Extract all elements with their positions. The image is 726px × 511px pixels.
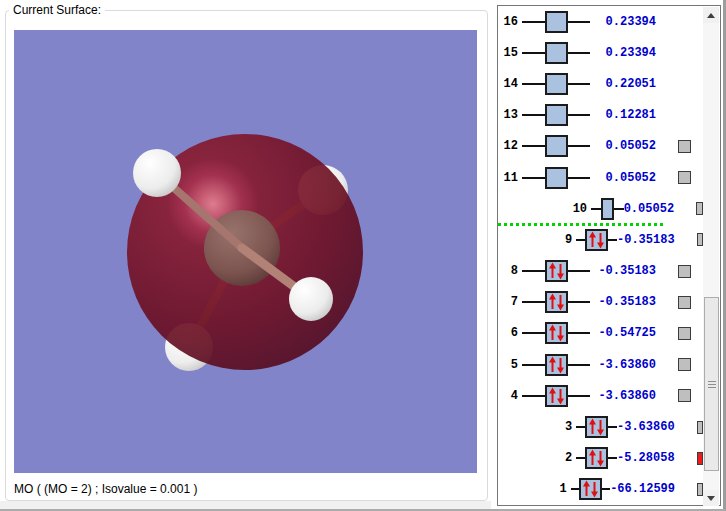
mo-row-15[interactable]: 150.23394 bbox=[498, 37, 703, 68]
mo-index: 3 bbox=[565, 420, 572, 434]
occupied-orbital-box[interactable] bbox=[545, 322, 568, 344]
molecule-viewport[interactable] bbox=[14, 30, 477, 473]
mo-energy: 0.23394 bbox=[590, 46, 656, 60]
occupied-orbital-box[interactable] bbox=[545, 354, 568, 376]
mo-row-5[interactable]: 5-3.63860 bbox=[498, 349, 703, 380]
mo-index: 1 bbox=[560, 482, 567, 496]
mo-row-4[interactable]: 4-3.63860 bbox=[498, 380, 703, 411]
mo-checkbox-7[interactable] bbox=[678, 296, 691, 309]
mo-energy: 0.05052 bbox=[624, 202, 674, 216]
mo-checkbox-6[interactable] bbox=[678, 327, 691, 340]
level-line-left bbox=[522, 21, 545, 23]
mo-row-8[interactable]: 8-0.35183 bbox=[498, 256, 703, 287]
level-line-right bbox=[568, 364, 590, 366]
mo-row-14[interactable]: 140.22051 bbox=[498, 68, 703, 99]
virtual-orbital-box[interactable] bbox=[545, 73, 568, 95]
spin-up-down-arrows-icon bbox=[547, 262, 566, 280]
mo-index: 11 bbox=[502, 171, 518, 185]
virtual-orbital-box[interactable] bbox=[545, 167, 568, 189]
level-line-left bbox=[522, 301, 545, 303]
virtual-orbital-box[interactable] bbox=[601, 198, 614, 220]
level-line-left bbox=[576, 457, 585, 459]
mo-row-1[interactable]: 1-66.12599 bbox=[498, 474, 703, 505]
current-surface-groupbox: Current Surface: MO ( (MO = 2) ; Isovalu… bbox=[5, 10, 488, 501]
level-line-left bbox=[522, 332, 545, 334]
mo-checkbox-11[interactable] bbox=[678, 171, 691, 184]
mo-index: 7 bbox=[502, 295, 518, 309]
level-line-right bbox=[568, 52, 590, 54]
mo-row-6[interactable]: 6-0.54725 bbox=[498, 318, 703, 349]
mo-checkbox-3[interactable] bbox=[697, 421, 703, 434]
mo-index: 12 bbox=[502, 139, 518, 153]
mo-row-10[interactable]: 100.05052 bbox=[498, 193, 703, 224]
virtual-orbital-box[interactable] bbox=[545, 42, 568, 64]
level-line-left bbox=[522, 364, 545, 366]
mo-row-7[interactable]: 7-0.35183 bbox=[498, 287, 703, 318]
spin-up-down-arrows-icon bbox=[547, 356, 566, 374]
mo-row-3[interactable]: 3-3.63860 bbox=[498, 411, 703, 442]
level-line-left bbox=[522, 52, 545, 54]
mo-energy: 0.22051 bbox=[590, 77, 656, 91]
spin-up-down-arrows-icon bbox=[587, 418, 606, 436]
mo-checkbox-1[interactable] bbox=[697, 483, 703, 496]
occupied-orbital-box[interactable] bbox=[585, 229, 608, 251]
mo-checkbox-4[interactable] bbox=[678, 389, 691, 402]
mo-energy: 0.05052 bbox=[590, 171, 656, 185]
mo-row-12[interactable]: 120.05052 bbox=[498, 131, 703, 162]
level-line-right bbox=[568, 270, 590, 272]
mo-energy: -3.63860 bbox=[590, 358, 656, 372]
level-line-right bbox=[568, 395, 590, 397]
occupied-orbital-box[interactable] bbox=[585, 447, 608, 469]
spin-up-down-arrows-icon bbox=[587, 449, 606, 467]
level-line-left bbox=[576, 426, 585, 428]
mo-row-9[interactable]: 9-0.35183 bbox=[498, 224, 703, 255]
mo-index: 10 bbox=[573, 202, 587, 216]
scroll-down-arrow-icon bbox=[707, 496, 715, 501]
mo-index: 9 bbox=[565, 233, 572, 247]
spin-up-down-arrows-icon bbox=[547, 293, 566, 311]
scrollbar-thumb[interactable] bbox=[704, 297, 719, 471]
level-line-left bbox=[591, 208, 601, 210]
mo-checkbox-5[interactable] bbox=[678, 358, 691, 371]
occupied-orbital-box[interactable] bbox=[545, 385, 568, 407]
mo-row-2[interactable]: 2-5.28058 bbox=[498, 443, 703, 474]
level-line-right bbox=[568, 177, 590, 179]
level-line-right bbox=[614, 208, 624, 210]
level-line-left bbox=[522, 270, 545, 272]
occupied-orbital-box[interactable] bbox=[579, 478, 602, 500]
level-line-right bbox=[568, 114, 590, 116]
virtual-orbital-box[interactable] bbox=[545, 11, 568, 33]
virtual-orbital-box[interactable] bbox=[545, 135, 568, 157]
mo-list: 160.23394150.23394140.22051130.12281120.… bbox=[497, 5, 721, 506]
mo-row-13[interactable]: 130.12281 bbox=[498, 100, 703, 131]
mo-checkbox-9[interactable] bbox=[697, 233, 703, 246]
mo-energy: -3.63860 bbox=[590, 389, 656, 403]
occupied-orbital-box[interactable] bbox=[545, 260, 568, 282]
occupied-orbital-box[interactable] bbox=[545, 291, 568, 313]
level-line-left bbox=[522, 83, 545, 85]
surface-caption: MO ( (MO = 2) ; Isovalue = 0.001 ) bbox=[14, 482, 197, 496]
mo-row-16[interactable]: 160.23394 bbox=[498, 6, 703, 37]
mo-energy: 0.12281 bbox=[590, 108, 656, 122]
mo-energy: -66.12599 bbox=[610, 482, 675, 496]
current-surface-label: Current Surface: bbox=[9, 3, 105, 17]
mo-list-scrollbar[interactable] bbox=[703, 7, 719, 506]
mo-checkbox-10[interactable] bbox=[696, 202, 703, 215]
level-line-left bbox=[571, 488, 579, 490]
virtual-orbital-box[interactable] bbox=[545, 104, 568, 126]
scroll-down-button[interactable] bbox=[703, 490, 719, 506]
mo-checkbox-2[interactable] bbox=[697, 452, 703, 465]
scroll-up-button[interactable] bbox=[703, 7, 719, 23]
mo-row-11[interactable]: 110.05052 bbox=[498, 162, 703, 193]
occupied-orbital-box[interactable] bbox=[585, 416, 608, 438]
mo-energy: -0.35183 bbox=[617, 233, 675, 247]
window-bottom-strip bbox=[0, 501, 491, 509]
bonds-layer bbox=[14, 30, 477, 473]
mo-energy: 0.23394 bbox=[590, 15, 656, 29]
mo-checkbox-12[interactable] bbox=[678, 140, 691, 153]
mo-checkbox-8[interactable] bbox=[678, 265, 691, 278]
mo-index: 5 bbox=[502, 358, 518, 372]
mo-index: 6 bbox=[502, 326, 518, 340]
level-line-left bbox=[522, 114, 545, 116]
mo-energy: -0.54725 bbox=[590, 326, 656, 340]
